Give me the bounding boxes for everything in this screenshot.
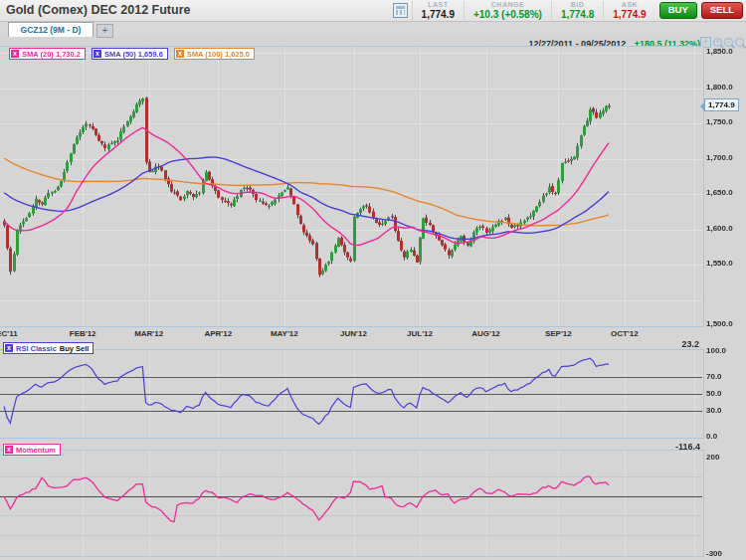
time-axis-label: APR'12 bbox=[204, 329, 232, 338]
price-axis-label: 1,850.0 bbox=[706, 47, 733, 56]
momentum-axis-label: -300 bbox=[706, 549, 722, 558]
quote-panel: LAST 1,774.9 CHANGE +10.3 (+0.58%) BID 1… bbox=[393, 0, 743, 21]
time-axis-label: MAR'12 bbox=[134, 329, 163, 338]
close-icon[interactable]: x bbox=[176, 50, 184, 58]
rsi-axis-label: 70.0 bbox=[706, 372, 722, 381]
time-axis-label: DEC'11 bbox=[0, 329, 18, 338]
candlestick-chart-canvas[interactable] bbox=[0, 47, 703, 326]
quote-ask: ASK 1,774.9 bbox=[603, 1, 654, 20]
overlay-legend: x SMA (20) 1,730.2 x SMA (50) 1,659.6 x … bbox=[9, 48, 255, 60]
time-axis-label: AUG'12 bbox=[471, 329, 500, 338]
quote-last-value: 1,774.9 bbox=[422, 10, 455, 20]
quote-last: LAST 1,774.9 bbox=[412, 1, 464, 20]
rsi-title: RSI Classic bbox=[16, 344, 57, 353]
instrument-title: Gold (Comex) DEC 2012 Future bbox=[6, 3, 190, 17]
sma100-badge[interactable]: x SMA (100) 1,625.0 bbox=[174, 48, 255, 60]
close-icon[interactable]: x bbox=[93, 50, 101, 58]
rsi-current-value: 23.2 bbox=[681, 339, 699, 349]
rsi-axis-label: 100.0 bbox=[706, 346, 726, 355]
header-bar: Gold (Comex) DEC 2012 Future LAST 1,774.… bbox=[0, 0, 746, 22]
price-axis-label: 1,800.0 bbox=[706, 83, 733, 92]
quote-ask-value: 1,774.9 bbox=[613, 10, 646, 20]
close-icon[interactable]: x bbox=[5, 446, 13, 454]
time-axis-label: SEP'12 bbox=[545, 329, 572, 338]
quote-bid: BID 1,774.8 bbox=[551, 1, 603, 20]
price-axis-label: 1,700.0 bbox=[706, 153, 733, 162]
momentum-chart-canvas[interactable] bbox=[0, 451, 703, 556]
sma100-label: SMA (100) 1,625.0 bbox=[187, 50, 250, 59]
zoom-out-icon[interactable]: - bbox=[724, 38, 733, 47]
close-icon[interactable]: x bbox=[5, 344, 13, 352]
trading-chart-window: Gold (Comex) DEC 2012 Future LAST 1,774.… bbox=[0, 0, 746, 560]
order-calculator-icon[interactable] bbox=[393, 3, 408, 18]
quote-bid-label: BID bbox=[561, 1, 594, 8]
rsi-panel bbox=[0, 349, 704, 439]
zoom-in-icon[interactable]: + bbox=[713, 38, 722, 47]
rsi-legend: x RSI Classic Buy Sell bbox=[3, 342, 93, 354]
price-axis-label: 1,750.0 bbox=[706, 117, 733, 126]
rsi-badge[interactable]: x RSI Classic Buy Sell bbox=[3, 342, 93, 354]
momentum-axis-label: 200 bbox=[706, 453, 719, 462]
quote-change-value: +10.3 (+0.58%) bbox=[473, 10, 542, 20]
time-axis-label: MAY'12 bbox=[271, 329, 298, 338]
last-price-tag: 1,774.9 bbox=[704, 98, 739, 111]
rsi-axis-label: 0.0 bbox=[706, 432, 717, 441]
quote-last-label: LAST bbox=[422, 1, 455, 8]
momentum-panel bbox=[0, 450, 704, 557]
momentum-badge[interactable]: x Momentum bbox=[3, 444, 61, 456]
sma20-badge[interactable]: x SMA (20) 1,730.2 bbox=[9, 48, 86, 60]
price-axis-label: 1,550.0 bbox=[706, 259, 733, 268]
sell-button[interactable]: SELL bbox=[701, 2, 743, 19]
tab-bar: GCZ12 (9M - D) + bbox=[0, 22, 746, 37]
sma50-badge[interactable]: x SMA (50) 1,659.6 bbox=[92, 48, 168, 60]
price-axis-label: 1,600.0 bbox=[706, 224, 733, 233]
rsi-axis-label: 50.0 bbox=[706, 389, 722, 398]
time-axis-label: FEB'12 bbox=[70, 329, 96, 338]
quote-bid-value: 1,774.8 bbox=[561, 10, 594, 20]
zoom-reset-icon[interactable] bbox=[735, 38, 744, 47]
close-icon[interactable]: x bbox=[11, 50, 19, 58]
quote-change: CHANGE +10.3 (+0.58%) bbox=[464, 1, 551, 20]
rsi-axis-label: 30.0 bbox=[706, 406, 722, 415]
price-axis-label: 1,650.0 bbox=[706, 188, 733, 197]
sma50-label: SMA (50) 1,659.6 bbox=[104, 50, 163, 59]
sma20-label: SMA (20) 1,730.2 bbox=[22, 50, 81, 59]
price-axis-label: 1,500.0 bbox=[706, 319, 733, 328]
price-chart-panel bbox=[0, 46, 704, 327]
time-axis-label: JUL'12 bbox=[407, 329, 433, 338]
quote-change-label: CHANGE bbox=[473, 1, 542, 8]
buy-button[interactable]: BUY bbox=[659, 2, 697, 19]
time-axis-label: OCT'12 bbox=[611, 329, 639, 338]
add-tab-button[interactable]: + bbox=[96, 24, 113, 38]
rsi-chart-canvas[interactable] bbox=[0, 350, 703, 438]
time-axis-label: JUN'12 bbox=[340, 329, 367, 338]
rsi-buy-sell-links[interactable]: Buy Sell bbox=[60, 344, 90, 353]
momentum-legend: x Momentum bbox=[3, 444, 61, 456]
momentum-title: Momentum bbox=[16, 446, 56, 455]
quote-ask-label: ASK bbox=[613, 1, 646, 8]
momentum-current-value: -116.4 bbox=[675, 442, 700, 452]
tab-gcz12[interactable]: GCZ12 (9M - D) bbox=[8, 22, 93, 37]
